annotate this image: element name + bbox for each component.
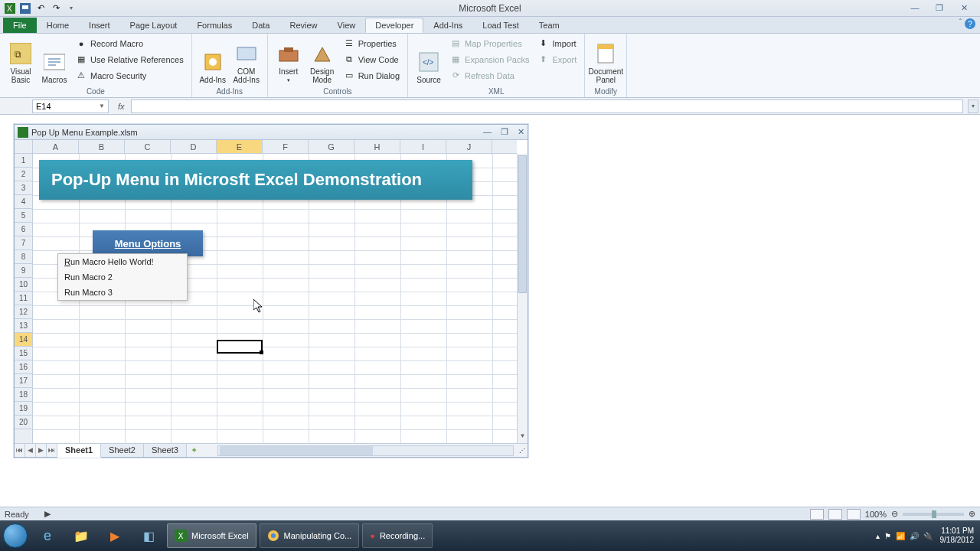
vscroll-thumb[interactable] [518, 155, 527, 293]
fx-label[interactable]: fx [112, 102, 131, 111]
popup-item-2[interactable]: Run Macro 2 [58, 269, 187, 285]
tab-page-layout[interactable]: Page Layout [120, 18, 188, 33]
row-header-4[interactable]: 4 [15, 195, 32, 209]
row-header-16[interactable]: 16 [15, 360, 32, 374]
tab-load-test[interactable]: Load Test [472, 18, 529, 33]
row-header-1[interactable]: 1 [15, 154, 32, 168]
resize-grip[interactable]: ⋰ [517, 447, 528, 454]
row-header-19[interactable]: 19 [15, 402, 32, 416]
sheet-nav-last[interactable]: ⏭ [47, 444, 57, 457]
wb-maximize-button[interactable]: ❐ [501, 127, 508, 137]
row-header-3[interactable]: 3 [15, 181, 32, 195]
zoom-in-button[interactable]: ⊕ [969, 509, 975, 519]
zoom-slider[interactable] [903, 513, 964, 516]
taskbar-excel[interactable]: XMicrosoft Excel [167, 523, 256, 548]
taskbar-ie[interactable]: e [32, 523, 63, 548]
sheet-tab-3[interactable]: Sheet3 [144, 444, 187, 457]
record-macro-button[interactable]: ●Record Macro [72, 35, 187, 51]
tab-data[interactable]: Data [242, 18, 279, 33]
addins-button[interactable]: Add-Ins [197, 35, 229, 86]
sheet-nav-prev[interactable]: ◀ [25, 444, 36, 457]
fill-handle[interactable] [260, 350, 263, 354]
document-panel-button[interactable]: Document Panel [590, 35, 622, 86]
macro-security-button[interactable]: ⚠Macro Security [72, 67, 187, 83]
taskbar-explorer[interactable]: 📁 [66, 523, 96, 548]
taskbar-chrome[interactable]: Manipulating Co... [260, 523, 360, 548]
row-header-7[interactable]: 7 [15, 236, 32, 250]
visual-basic-button[interactable]: ⧉ Visual Basic [5, 35, 37, 86]
excel-app-icon[interactable]: X [3, 2, 17, 15]
row-header-17[interactable]: 17 [15, 374, 32, 388]
view-code-button[interactable]: ⧉View Code [340, 51, 403, 67]
properties-button[interactable]: ☰Properties [340, 35, 403, 51]
zoom-level[interactable]: 100% [865, 510, 887, 519]
close-button[interactable]: ✕ [957, 3, 971, 13]
row-header-2[interactable]: 2 [15, 168, 32, 181]
row-header-10[interactable]: 10 [15, 278, 32, 292]
wb-minimize-button[interactable]: — [483, 127, 492, 137]
row-header-5[interactable]: 5 [15, 209, 32, 223]
name-box[interactable]: E14 ▼ [32, 99, 109, 113]
tab-file[interactable]: File [3, 18, 37, 33]
row-header-14[interactable]: 14 [15, 333, 32, 347]
wb-close-button[interactable]: ✕ [518, 127, 524, 137]
relative-references-button[interactable]: ▦Use Relative References [72, 51, 187, 67]
run-dialog-button[interactable]: ▭Run Dialog [340, 67, 403, 83]
col-header-G[interactable]: G [309, 140, 354, 153]
sheet-nav-first[interactable]: ⏮ [15, 444, 25, 457]
menu-options-button[interactable]: Menu Options [93, 230, 203, 256]
save-icon[interactable] [18, 2, 32, 15]
row-header-13[interactable]: 13 [15, 319, 32, 333]
vertical-scrollbar[interactable]: ▲ ▼ [517, 154, 528, 443]
undo-icon[interactable]: ↶ [34, 2, 47, 15]
minimize-button[interactable]: — [908, 3, 922, 13]
view-layout-button[interactable] [828, 509, 842, 520]
selected-cell[interactable] [217, 340, 263, 354]
tray-network-icon[interactable]: 📶 [896, 532, 905, 540]
macro-record-status-icon[interactable]: ▶ [44, 509, 51, 519]
col-header-A[interactable]: A [33, 140, 79, 153]
import-button[interactable]: ⬇Import [534, 35, 580, 51]
source-button[interactable]: </>Source [413, 35, 445, 86]
row-header-6[interactable]: 6 [15, 223, 32, 236]
clock[interactable]: 11:01 PM 9/18/2012 [940, 527, 975, 545]
row-header-11[interactable]: 11 [15, 292, 32, 305]
tab-team[interactable]: Team [529, 18, 570, 33]
tab-home[interactable]: Home [37, 18, 79, 33]
workbook-titlebar[interactable]: Pop Up Menu Example.xlsm — ❐ ✕ [15, 125, 528, 140]
tab-view[interactable]: View [328, 18, 366, 33]
row-header-20[interactable]: 20 [15, 416, 32, 429]
col-header-H[interactable]: H [354, 140, 400, 153]
scroll-down-icon[interactable]: ▼ [518, 432, 528, 443]
taskbar-media[interactable]: ▶ [100, 523, 130, 548]
start-button[interactable] [0, 520, 31, 551]
tray-show-hidden-icon[interactable]: ▴ [876, 532, 880, 540]
tab-insert[interactable]: Insert [79, 18, 120, 33]
insert-control-button[interactable]: Insert▾ [273, 35, 305, 86]
row-header-9[interactable]: 9 [15, 264, 32, 278]
select-all-corner[interactable] [15, 140, 33, 154]
view-normal-button[interactable] [810, 509, 824, 520]
maximize-button[interactable]: ❐ [933, 3, 946, 13]
redo-icon[interactable]: ↷ [49, 2, 63, 15]
tab-formulas[interactable]: Formulas [187, 18, 242, 33]
tray-action-center-icon[interactable]: ⚑ [884, 532, 891, 540]
tab-developer[interactable]: Developer [365, 18, 423, 33]
col-header-D[interactable]: D [171, 140, 217, 153]
formula-expand-icon[interactable]: ▾ [968, 99, 978, 113]
horizontal-scrollbar[interactable] [217, 445, 514, 456]
zoom-out-button[interactable]: ⊖ [891, 509, 898, 519]
taskbar-app[interactable]: ◧ [133, 523, 164, 548]
tray-power-icon[interactable]: 🔌 [923, 532, 933, 540]
formula-input[interactable] [131, 99, 963, 113]
new-sheet-button[interactable]: ✦ [187, 445, 202, 455]
qat-customize-icon[interactable]: ▾ [64, 2, 78, 15]
design-mode-button[interactable]: Design Mode [306, 35, 338, 86]
popup-item-1[interactable]: Run Macro Hello World! [58, 254, 187, 269]
row-header-8[interactable]: 8 [15, 250, 32, 264]
sheet-tab-2[interactable]: Sheet2 [101, 444, 144, 457]
col-header-F[interactable]: F [263, 140, 309, 153]
name-box-dropdown-icon[interactable]: ▼ [99, 103, 105, 109]
view-pagebreak-button[interactable] [847, 509, 861, 520]
tab-add-ins[interactable]: Add-Ins [423, 18, 472, 33]
